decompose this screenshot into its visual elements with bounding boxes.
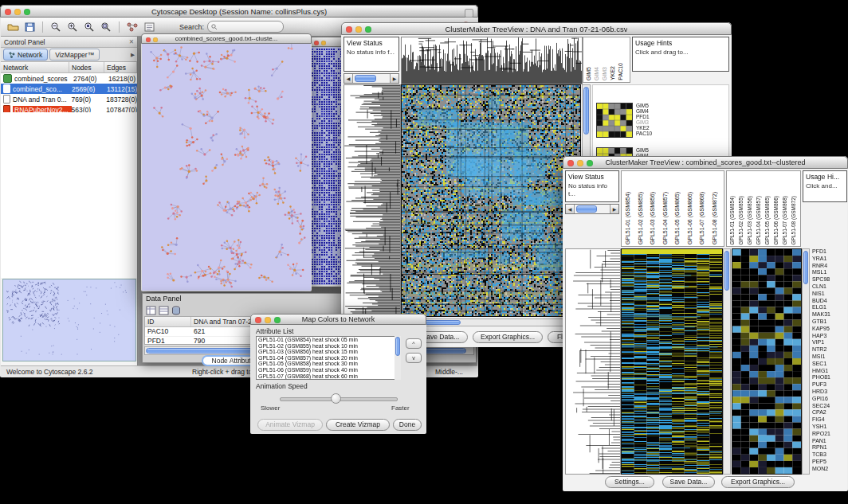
close-button[interactable] bbox=[567, 160, 574, 166]
network-window-2-titlebar[interactable] bbox=[309, 37, 344, 47]
gene-label: PAN1 bbox=[812, 438, 847, 445]
open-file-icon[interactable] bbox=[6, 21, 20, 33]
dna-heatmap-hscrollbar[interactable] bbox=[401, 318, 581, 326]
attribute-item[interactable]: GPL51-01 (GSM854) heat shock 05 min bbox=[257, 337, 400, 343]
animate-vizmap-button[interactable]: Animate Vizmap bbox=[257, 419, 323, 431]
minimize-button[interactable] bbox=[153, 37, 158, 42]
column-label: GPL51-04 (GSM857) bbox=[756, 196, 761, 244]
close-button[interactable] bbox=[346, 26, 352, 33]
dna-heatmap[interactable] bbox=[401, 84, 581, 317]
row-dendrogram[interactable] bbox=[565, 248, 621, 475]
minimize-button[interactable] bbox=[577, 160, 583, 166]
zoom-heatmap-vscrollbar[interactable] bbox=[802, 248, 810, 475]
nav-right-arrow[interactable]: ▶ bbox=[610, 205, 618, 213]
save-session-icon[interactable] bbox=[22, 21, 37, 33]
tab-overflow-arrow[interactable]: ▶ bbox=[131, 52, 135, 58]
nav-thumb[interactable] bbox=[576, 205, 597, 213]
animation-speed-slider-thumb[interactable] bbox=[331, 393, 341, 404]
zoom-out-icon[interactable] bbox=[49, 21, 63, 33]
attribute-item[interactable]: GPL51-02 (GSM855) heat shock 10 min bbox=[257, 343, 400, 350]
annotation-icon[interactable] bbox=[142, 21, 156, 33]
matrix-row-label: GIM5 bbox=[636, 103, 652, 108]
move-up-button[interactable]: ^ bbox=[406, 338, 422, 349]
network-view-2-canvas[interactable] bbox=[310, 47, 344, 285]
export-graphics-button[interactable]: Export Graphics... bbox=[473, 331, 543, 343]
zoom-button[interactable] bbox=[587, 160, 593, 166]
network-overview-icon[interactable] bbox=[125, 21, 139, 33]
combined-heatmap[interactable] bbox=[621, 248, 723, 475]
control-panel-close-icon[interactable]: ✕ bbox=[129, 38, 134, 45]
attribute-item[interactable]: GPL51-07 (GSM868) heat shock 60 min bbox=[257, 373, 400, 380]
tab-vizmapper[interactable]: VizMapper™ bbox=[49, 49, 100, 61]
correlation-matrix-1[interactable] bbox=[596, 103, 633, 138]
nav-right-arrow[interactable]: ▶ bbox=[390, 74, 398, 83]
birdseye-view[interactable] bbox=[2, 279, 136, 361]
network-view-titlebar[interactable]: combined_scores_good.txt--cluste... bbox=[141, 33, 312, 44]
tree-navigator[interactable]: ◀ ▶ bbox=[565, 204, 619, 214]
search-field[interactable] bbox=[207, 21, 284, 33]
column-dendrogram[interactable] bbox=[401, 37, 583, 84]
zoom-fit-icon[interactable] bbox=[99, 21, 113, 33]
attribute-item[interactable]: GPL51-03 (GSM856) heat shock 15 min bbox=[257, 349, 400, 355]
zoom-button[interactable] bbox=[365, 26, 371, 33]
column-label: GPL51-06 (GSM866) bbox=[687, 192, 693, 244]
close-button[interactable] bbox=[255, 317, 261, 323]
usage-hints-title: Usage Hints bbox=[635, 39, 726, 48]
gene-label: CPA2 bbox=[812, 409, 847, 416]
create-vizmap-button[interactable]: Create Vizmap bbox=[326, 419, 390, 431]
treeview-combined-titlebar[interactable]: ClusterMaker TreeView : combined_scores_… bbox=[563, 156, 848, 169]
attribute-item[interactable]: GPL51-05 (GSM858) heat shock 30 min bbox=[257, 361, 400, 367]
zoom-button[interactable] bbox=[24, 9, 30, 15]
main-titlebar[interactable]: Cytoscape Desktop (Session Name: collins… bbox=[0, 5, 478, 18]
column-label: GIM4 bbox=[594, 67, 599, 80]
toolbar-toggle-icon[interactable] bbox=[465, 9, 473, 18]
col-nodes[interactable]: Nodes bbox=[69, 62, 104, 72]
nav-left-arrow[interactable]: ◀ bbox=[566, 205, 575, 213]
export-graphics-button[interactable]: Export Graphics... bbox=[721, 476, 795, 488]
network-list-row[interactable]: DNA and Tran 0...769(0)183728(0) bbox=[1, 94, 137, 104]
settings-button[interactable]: Settings... bbox=[605, 476, 654, 488]
minimize-button[interactable] bbox=[321, 41, 326, 45]
zoom-selected-icon[interactable] bbox=[82, 21, 96, 33]
close-button[interactable] bbox=[314, 41, 319, 45]
treeview-dna-titlebar[interactable]: ClusterMaker TreeView : DNA and Tran 07-… bbox=[341, 22, 732, 35]
tab-network[interactable]: Network bbox=[3, 49, 48, 61]
col-edges[interactable]: Edges bbox=[104, 62, 137, 72]
column-label: GPL51-08 (GSM872) bbox=[712, 192, 717, 244]
map-colors-titlebar[interactable]: Map Colors to Network bbox=[250, 314, 426, 325]
network-list-row[interactable]: combined_scores2764(0)16218(0) bbox=[1, 73, 137, 84]
minimize-button[interactable] bbox=[14, 9, 21, 15]
close-button[interactable] bbox=[5, 9, 11, 15]
nav-thumb[interactable] bbox=[355, 75, 376, 82]
network-view-window: combined_scores_good.txt--cluste... bbox=[141, 33, 312, 291]
attribute-item[interactable]: GPL51-06 (GSM859) heat shock 40 min bbox=[257, 367, 400, 373]
network-view-canvas[interactable] bbox=[142, 44, 311, 291]
attribute-list[interactable]: GPL51-01 (GSM854) heat shock 05 minGPL51… bbox=[256, 336, 401, 380]
search-input[interactable] bbox=[220, 22, 274, 32]
col-id[interactable]: ID bbox=[145, 317, 191, 326]
done-button[interactable]: Done bbox=[393, 419, 422, 431]
nav-left-arrow[interactable]: ◀ bbox=[344, 74, 353, 83]
minimize-button[interactable] bbox=[265, 317, 271, 323]
column-label: GIM5 bbox=[586, 67, 591, 80]
control-panel-title: Control Panel bbox=[4, 38, 45, 46]
gene-label: YRA1 bbox=[812, 256, 847, 263]
attribute-item[interactable]: GPL51-04 (GSM857) heat shock 20 min bbox=[257, 355, 400, 361]
tab-network-label: Network bbox=[18, 51, 42, 59]
save-data-button[interactable]: Save Data... bbox=[662, 476, 715, 488]
close-button[interactable] bbox=[146, 37, 151, 42]
gene-label: RPN1 bbox=[812, 444, 847, 451]
move-down-button[interactable]: v bbox=[406, 353, 422, 363]
row-dendrogram[interactable] bbox=[344, 84, 401, 317]
network-item-edges: 13112(15) bbox=[107, 85, 137, 93]
network-list-row[interactable]: combined_sco...2569(6)13112(15) bbox=[1, 84, 137, 94]
attribute-list-scrollbar[interactable] bbox=[395, 336, 401, 380]
minimize-button[interactable] bbox=[355, 26, 362, 33]
combined-heatmap-vscrollbar[interactable] bbox=[723, 248, 731, 475]
tree-navigator[interactable]: ◀ ▶ bbox=[344, 73, 399, 84]
zoom-button[interactable] bbox=[274, 317, 281, 323]
gene-label: PHO81 bbox=[812, 374, 847, 381]
zoom-in-icon[interactable] bbox=[65, 21, 80, 33]
col-network[interactable]: Network bbox=[1, 62, 69, 72]
zoom-heatmap[interactable] bbox=[732, 248, 802, 475]
